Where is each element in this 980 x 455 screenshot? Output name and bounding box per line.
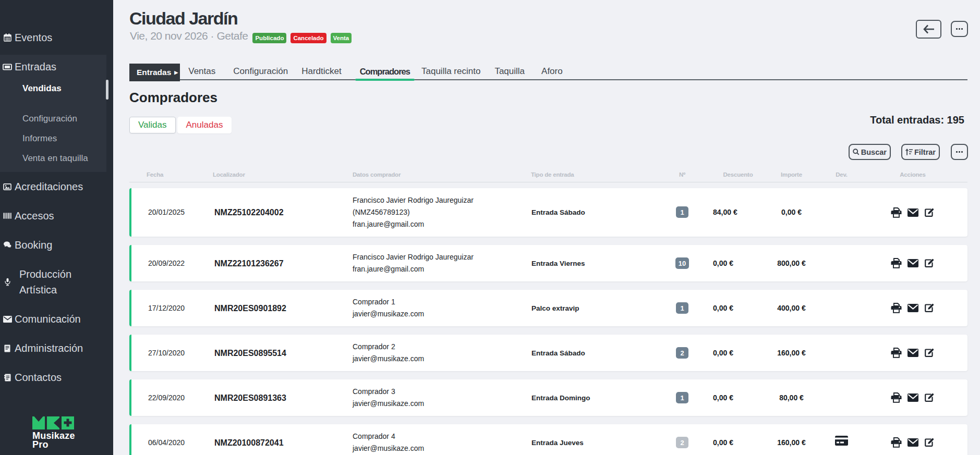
back-button[interactable] xyxy=(916,20,941,39)
cell-acciones xyxy=(872,207,967,218)
filtrar-button[interactable]: Filtrar xyxy=(901,144,940,160)
num-badge: 1 xyxy=(676,392,688,403)
tab-ventas[interactable]: Ventas xyxy=(188,64,215,79)
cell-localizador: NMR20ES0895514 xyxy=(213,347,353,359)
cell-descuento: 0,00 € xyxy=(704,347,772,359)
table-row[interactable]: 20/09/2022 NMZ22101236267 Francisco Javi… xyxy=(129,245,967,281)
table-row[interactable]: 22/09/2020 NMR20ES0891363 Comprador 3jav… xyxy=(129,379,967,416)
tab-entradas-menu[interactable]: Entradas▶ xyxy=(129,64,180,81)
cell-datos-comprador: Comprador 4javier@musikaze.com xyxy=(353,431,531,454)
cell-acciones xyxy=(872,348,967,358)
cell-fecha: 06/04/2020 xyxy=(131,437,213,449)
logo-square-m xyxy=(32,416,45,429)
table-row[interactable]: 27/10/2020 NMR20ES0895514 Comprador 2jav… xyxy=(129,335,967,371)
sidebar-subitem-vendidas[interactable]: Vendidas xyxy=(0,79,106,99)
sidebar-scrollbar-thumb[interactable] xyxy=(106,80,108,100)
print-icon[interactable] xyxy=(891,437,902,448)
sidebar-item-booking[interactable]: Booking xyxy=(0,230,113,260)
tab-taquilla-recinto[interactable]: Taquilla recinto xyxy=(421,64,480,79)
num-badge: 2 xyxy=(676,437,688,448)
cell-datos-comprador: Comprador 3javier@musikaze.com xyxy=(353,386,531,410)
mail-icon[interactable] xyxy=(908,438,918,447)
mail-icon[interactable] xyxy=(908,349,918,357)
print-icon[interactable] xyxy=(891,348,902,358)
caret-right-icon: ▶ xyxy=(174,70,178,75)
cell-importe: 400,00 € xyxy=(772,302,811,314)
header-more-button[interactable] xyxy=(951,21,968,37)
tab-compradores[interactable]: Compradores xyxy=(360,64,410,79)
tab-aforo[interactable]: Aforo xyxy=(541,64,563,79)
validas-button[interactable]: Validas xyxy=(129,117,176,133)
mail-icon[interactable] xyxy=(908,393,918,402)
cell-fecha: 17/12/2020 xyxy=(131,302,213,314)
cell-importe: 80,00 € xyxy=(772,392,811,404)
sidebar-subitem-configuracion[interactable]: Configuración xyxy=(0,109,106,129)
col-header-tipo: Tipo de entrada xyxy=(531,171,660,179)
cell-tipo-entrada: Entrada Sábado xyxy=(531,347,660,359)
col-header-localizador: Localizador xyxy=(213,171,353,179)
sidebar-item-eventos[interactable]: Eventos xyxy=(0,23,113,52)
cell-tipo-entrada: Palco extravip xyxy=(531,302,660,314)
print-icon[interactable] xyxy=(891,207,902,218)
col-header-datos: Datos comprador xyxy=(353,171,531,179)
cell-datos-comprador: Comprador 1javier@musikaze.com xyxy=(353,296,531,320)
print-icon[interactable] xyxy=(891,303,902,313)
col-header-num: Nº xyxy=(660,171,704,179)
print-icon[interactable] xyxy=(891,392,902,403)
edit-icon[interactable] xyxy=(924,392,935,403)
cell-num: 10 xyxy=(660,257,704,269)
print-icon[interactable] xyxy=(891,258,902,268)
cell-datos-comprador: Francisco Javier Rodrigo Jaureguizar(NMZ… xyxy=(353,194,531,230)
edit-icon[interactable] xyxy=(924,207,935,218)
cell-num: 1 xyxy=(660,392,704,404)
cell-num: 2 xyxy=(660,437,704,449)
col-header-fecha: Fecha xyxy=(129,171,213,179)
edit-icon[interactable] xyxy=(924,348,935,358)
cell-tipo-entrada: Entrada Viernes xyxy=(531,257,660,269)
logo-square-k xyxy=(47,416,59,429)
tab-hardticket[interactable]: Hardticket xyxy=(301,64,342,79)
edit-icon[interactable] xyxy=(924,437,935,448)
num-badge: 1 xyxy=(676,302,688,314)
table-rows: 20/01/2025 NMZ25102204002 Francisco Javi… xyxy=(129,188,967,455)
sidebar-item-administracion[interactable]: Administración xyxy=(0,334,113,363)
col-header-importe: Importe xyxy=(772,171,811,179)
sidebar-item-label: Producción Artística xyxy=(19,266,82,298)
sidebar-item-acreditaciones[interactable]: Acreditaciones xyxy=(0,172,113,201)
mail-icon[interactable] xyxy=(908,208,918,217)
mail-icon[interactable] xyxy=(908,304,918,312)
buscar-button[interactable]: Buscar xyxy=(849,144,891,160)
cell-descuento: 0,00 € xyxy=(704,437,772,449)
cell-fecha: 20/01/2025 xyxy=(131,206,213,218)
cell-fecha: 20/09/2022 xyxy=(131,257,213,269)
section-title: Compradores xyxy=(129,90,217,106)
edit-icon[interactable] xyxy=(924,303,935,313)
search-icon xyxy=(853,149,860,155)
sidebar-item-entradas[interactable]: Entradas xyxy=(0,55,106,79)
tab-taquilla[interactable]: Taquilla xyxy=(494,64,525,79)
mail-icon[interactable] xyxy=(908,259,918,267)
sidebar-item-label: Contactos xyxy=(15,372,62,384)
col-header-descuento: Descuento xyxy=(704,171,772,179)
table-more-button[interactable] xyxy=(951,144,968,160)
status-badge-venta: Venta xyxy=(331,33,352,43)
sidebar-item-contactos[interactable]: Contactos xyxy=(0,363,113,392)
sidebar-item-comunicacion[interactable]: Comunicación xyxy=(0,304,113,334)
sidebar-item-accesos[interactable]: Accesos xyxy=(0,201,113,230)
image-icon xyxy=(2,183,13,190)
cell-datos-comprador: Comprador 2javier@musikaze.com xyxy=(353,341,531,365)
tab-configuracion[interactable]: Configuración xyxy=(233,64,288,79)
sidebar-subitem-venta-taquilla[interactable]: Venta en taquilla xyxy=(0,149,106,168)
table-row[interactable]: 20/01/2025 NMZ25102204002 Francisco Javi… xyxy=(129,188,967,237)
edit-icon[interactable] xyxy=(924,258,935,268)
status-badge-publicado: Publicado xyxy=(252,33,286,43)
num-badge: 1 xyxy=(676,206,688,218)
arrow-left-icon xyxy=(923,24,935,34)
num-badge: 10 xyxy=(675,257,689,269)
sidebar-item-produccion[interactable]: Producción Artística xyxy=(0,260,113,304)
cell-num: 1 xyxy=(660,206,704,218)
table-row[interactable]: 17/12/2020 NMR20ES0901892 Comprador 1jav… xyxy=(129,290,967,326)
sidebar-subitem-informes[interactable]: Informes xyxy=(0,129,106,149)
table-row[interactable]: 06/04/2020 NMZ20100872041 Comprador 4jav… xyxy=(129,424,967,455)
anuladas-button[interactable]: Anuladas xyxy=(177,117,232,133)
